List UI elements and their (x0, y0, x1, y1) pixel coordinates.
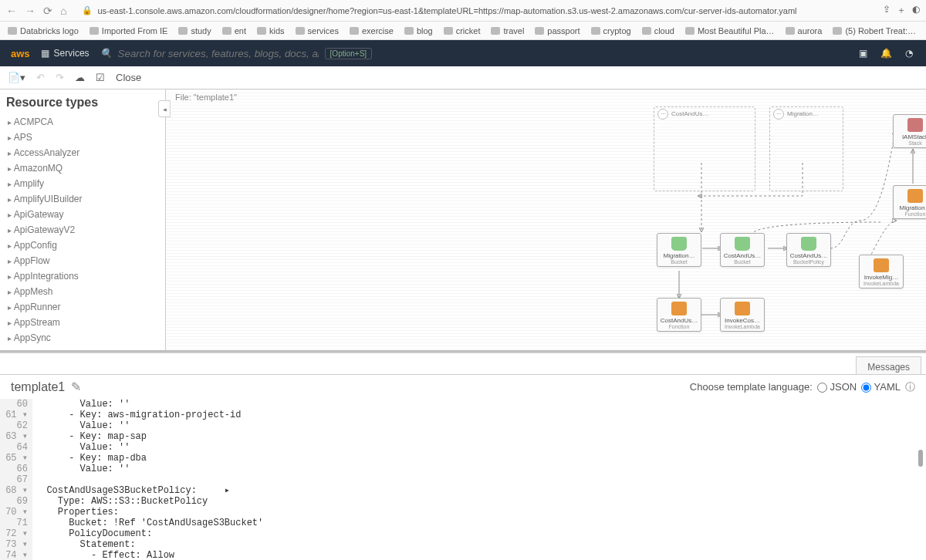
resource-type-item[interactable]: AppIntegrations (6, 268, 159, 284)
bookmark-item[interactable]: Most Beautiful Pla… (685, 26, 775, 35)
canvas-node[interactable]: CostAndUs…Function (657, 298, 701, 332)
reload-icon[interactable]: ⟳ (43, 5, 52, 17)
code-line[interactable]: - Key: map-sap (35, 431, 926, 442)
undo-icon[interactable]: ↶ (36, 72, 45, 83)
code-line[interactable]: Value: '' (35, 442, 926, 453)
bookmark-item[interactable]: travel (491, 26, 524, 35)
code-line[interactable]: Statement: (35, 539, 926, 550)
bookmark-item[interactable]: (5) Robert Treat:… (833, 26, 916, 35)
code-line[interactable]: Type: AWS::S3::BucketPolicy (35, 496, 926, 507)
resource-type-item[interactable]: AccessAnalyzer (6, 145, 159, 160)
code-line[interactable]: CostAndUsageS3BucketPolicy: ▸ (35, 485, 926, 496)
lock-icon: 🔒 (82, 5, 93, 15)
bookmark-item[interactable]: exercise (350, 26, 394, 35)
info-icon[interactable]: ⓘ (905, 380, 915, 394)
cloudshell-icon[interactable]: ▣ (857, 47, 869, 59)
bookmark-item[interactable]: cryptog (591, 26, 631, 35)
code-line[interactable] (35, 474, 926, 485)
notifications-icon[interactable]: 🔔 (880, 47, 892, 59)
resource-type-item[interactable]: ApiGateway (6, 207, 159, 222)
bookmark-item[interactable]: kids (257, 26, 285, 35)
help-icon[interactable]: ◔ (903, 47, 915, 59)
resource-type-item[interactable]: AmplifyUIBuilder (6, 191, 159, 207)
bookmark-icon (491, 27, 500, 35)
code-line[interactable]: Properties: (35, 507, 926, 518)
canvas-node[interactable]: CostAndUs…Bucket (720, 233, 765, 267)
resource-type-item[interactable]: AppFlow (6, 253, 159, 268)
bookmark-item[interactable]: blog (404, 26, 433, 35)
canvas-node[interactable]: IAMStackStack (893, 114, 926, 148)
bookmark-item[interactable]: Imported From IE (90, 26, 168, 35)
bookmark-item[interactable]: passport (535, 26, 580, 35)
resource-type-item[interactable]: AppStream (6, 315, 159, 330)
bookmark-icon (591, 27, 600, 35)
canvas-node[interactable]: InvokeMig…InvokeLambda (859, 255, 904, 288)
bookmark-icon (444, 27, 453, 35)
file-menu-icon[interactable]: 📄▾ (8, 72, 25, 83)
file-tab: File: "template1" (175, 93, 237, 102)
close-button[interactable]: Close (116, 72, 141, 83)
bookmark-item[interactable]: cricket (444, 26, 481, 35)
canvas-node[interactable]: Migration…Function (893, 185, 926, 219)
code-editor[interactable]: 6061 ▾6263 ▾6465 ▾666768 ▾6970 ▾7172 ▾73… (0, 399, 926, 560)
lang-yaml-option[interactable]: YAML (861, 381, 901, 393)
resource-type-item[interactable]: ACMPCA (6, 114, 159, 130)
aws-search-input[interactable] (118, 48, 319, 59)
home-icon[interactable]: ⌂ (60, 5, 66, 17)
aws-logo[interactable]: aws (11, 48, 30, 59)
profile-icon[interactable]: ◐ (912, 4, 920, 17)
code-line[interactable]: Bucket: !Ref 'CostAndUsageS3Bucket' (35, 518, 926, 528)
bookmark-item[interactable]: Databricks logo (8, 26, 79, 35)
bookmark-icon (257, 27, 266, 35)
resource-type-item[interactable]: AppSync (6, 330, 159, 346)
services-label: Services (54, 48, 90, 59)
services-menu[interactable]: ▦ Services (41, 48, 90, 59)
code-line[interactable]: Value: '' (35, 420, 926, 431)
code-line[interactable]: PolicyDocument: (35, 528, 926, 539)
cloud-upload-icon[interactable]: ☁ (75, 72, 85, 83)
gutter-line: 65 ▾ (0, 453, 28, 464)
canvas-container[interactable]: ⋯CostAndUs… (654, 106, 755, 191)
canvas-node[interactable]: InvokeCos…InvokeLambda (720, 298, 765, 332)
edit-icon[interactable]: ✎ (71, 380, 81, 394)
resource-type-item[interactable]: AppConfig (6, 238, 159, 253)
bookmark-item[interactable]: study (178, 26, 211, 35)
canvas-node[interactable]: CostAndUs…BucketPolicy (786, 233, 831, 267)
canvas-container[interactable]: ⋯Migration… (769, 106, 843, 191)
bookmark-item[interactable]: cloud (642, 26, 674, 35)
resource-types-sidebar: Resource types ACMPCAAPSAccessAnalyzerAm… (0, 89, 166, 350)
code-line[interactable]: Value: '' (35, 464, 926, 474)
lang-json-option[interactable]: JSON (817, 381, 857, 393)
resource-type-item[interactable]: ApiGatewayV2 (6, 222, 159, 238)
share-icon[interactable]: ⇪ (883, 4, 891, 17)
canvas-node[interactable]: Migration…Bucket (657, 233, 701, 267)
aws-search[interactable]: 🔍 [Option+S] (100, 48, 846, 59)
redo-icon[interactable]: ↷ (56, 72, 64, 83)
resource-type-item[interactable]: AppRunner (6, 299, 159, 315)
nav-back-icon[interactable]: ← (6, 5, 17, 17)
bookmark-icon (178, 27, 188, 35)
bookmark-icon (90, 27, 99, 35)
bookmark-icon (786, 27, 795, 35)
resource-type-item[interactable]: AppMesh (6, 284, 159, 299)
url-bar[interactable]: 🔒 us-east-1.console.aws.amazon.com/cloud… (74, 4, 875, 17)
tab-messages[interactable]: Messages (856, 356, 921, 374)
code-line[interactable]: Value: '' (35, 399, 926, 410)
designer-canvas[interactable]: File: "template1" ⋯CostAndUs…⋯Migration…… (166, 89, 926, 350)
resource-type-item[interactable]: APS (6, 130, 159, 145)
code-line[interactable]: - Key: aws-migration-project-id (35, 410, 926, 420)
gutter-line: 73 ▾ (0, 539, 28, 550)
gutter-line: 64 (0, 442, 28, 453)
plus-icon[interactable]: ＋ (897, 4, 906, 17)
validate-icon[interactable]: ☑ (96, 72, 105, 83)
editor-scrollbar-thumb[interactable] (918, 450, 923, 467)
bookmark-item[interactable]: ent (222, 26, 246, 35)
nav-fwd-icon[interactable]: → (25, 5, 35, 17)
gutter-line: 69 (0, 496, 28, 507)
resource-type-item[interactable]: Amplify (6, 176, 159, 191)
code-line[interactable]: - Key: map-dba (35, 453, 926, 464)
code-line[interactable]: - Effect: Allow (35, 550, 926, 560)
bookmark-item[interactable]: services (296, 26, 339, 35)
resource-type-item[interactable]: AmazonMQ (6, 160, 159, 176)
bookmark-item[interactable]: aurora (786, 26, 823, 35)
